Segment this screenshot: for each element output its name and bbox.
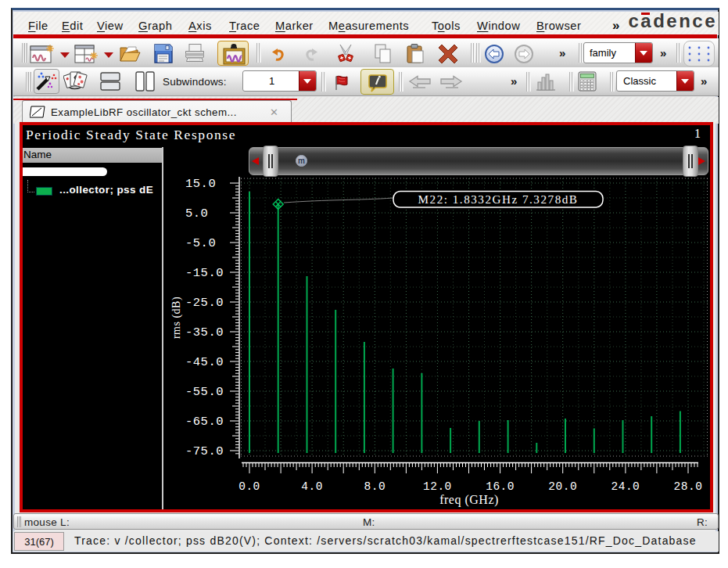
svg-text:16.0: 16.0 xyxy=(486,480,515,493)
svg-text:-5.0: -5.0 xyxy=(185,236,216,250)
svg-text:20.0: 20.0 xyxy=(548,480,577,493)
svg-text:24.0: 24.0 xyxy=(611,480,640,493)
svg-text:5.0: 5.0 xyxy=(185,207,208,221)
svg-text:4.0: 4.0 xyxy=(301,480,323,493)
svg-text:12.0: 12.0 xyxy=(423,480,452,493)
svg-text:8.0: 8.0 xyxy=(364,480,386,493)
svg-text:-35.0: -35.0 xyxy=(185,325,224,340)
svg-text:-75.0: -75.0 xyxy=(185,444,224,458)
svg-text:rms (dB): rms (dB) xyxy=(170,297,183,339)
svg-text:-15.0: -15.0 xyxy=(185,266,224,280)
svg-text:-65.0: -65.0 xyxy=(185,415,224,429)
svg-text:M22: 1.8332GHz 7.3278dB: M22: 1.8332GHz 7.3278dB xyxy=(418,192,579,206)
svg-text:-55.0: -55.0 xyxy=(185,385,224,399)
svg-text:15.0: 15.0 xyxy=(185,177,216,191)
svg-text:-45.0: -45.0 xyxy=(185,355,224,369)
svg-text:0.0: 0.0 xyxy=(238,480,260,493)
svg-text:freq (GHz): freq (GHz) xyxy=(439,493,499,507)
svg-text:28.0: 28.0 xyxy=(674,480,703,493)
svg-text:-25.0: -25.0 xyxy=(185,296,224,310)
